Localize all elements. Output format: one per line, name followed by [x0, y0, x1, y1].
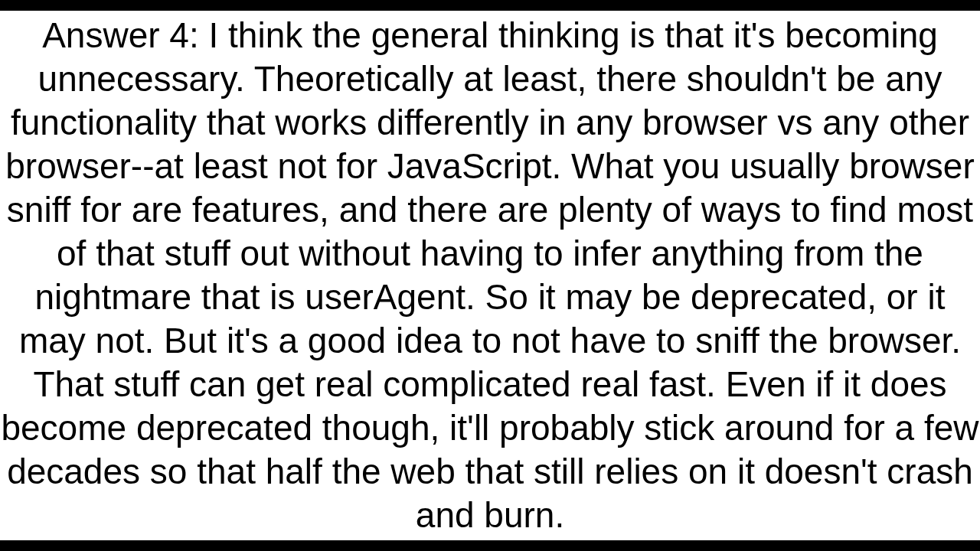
answer-body: I think the general thinking is that it'… — [1, 15, 978, 535]
letterboxed-frame: Answer 4: I think the general thinking i… — [0, 0, 980, 551]
answer-label: Answer 4: — [42, 15, 199, 55]
answer-text-block: Answer 4: I think the general thinking i… — [0, 14, 980, 537]
